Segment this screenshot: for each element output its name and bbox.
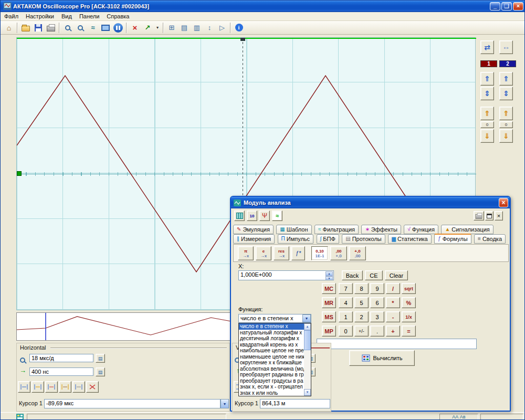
key-inverse[interactable]: 1/x	[402, 311, 416, 322]
zoom-icon[interactable]	[75, 22, 86, 34]
channel1-badge[interactable]: 1	[480, 60, 497, 67]
key-1[interactable]: 1	[339, 311, 353, 322]
spin-up-icon[interactable]: ▲	[326, 271, 333, 276]
binary-icon[interactable]: 10	[247, 211, 257, 221]
ch1-shift-up-button[interactable]: ⇑	[480, 107, 494, 120]
cursor-clear-button[interactable]	[86, 381, 99, 393]
cursor-mode-button-3[interactable]	[45, 381, 58, 393]
list-item[interactable]: десятичный логарифм х	[239, 335, 304, 342]
mr-button[interactable]: MR	[322, 297, 336, 308]
function-combobox[interactable]: число е в степени х ▼	[238, 314, 311, 323]
menu-file[interactable]: Файл	[1, 12, 22, 20]
maximize-button[interactable]: ❑	[501, 2, 512, 10]
tab-protocols[interactable]: ▤Протоколы	[342, 234, 385, 244]
result-field[interactable]	[317, 339, 477, 349]
key-percent[interactable]: %	[402, 297, 416, 308]
delay-button[interactable]: ▤	[96, 368, 105, 376]
key-plus[interactable]: +	[386, 326, 400, 337]
exit-icon[interactable]: ⌂	[3, 22, 15, 34]
list-item[interactable]: число е в степени х	[239, 323, 304, 330]
ce-button[interactable]: CE	[365, 270, 383, 280]
spin-down-icon[interactable]: ▼	[326, 276, 333, 280]
print-icon[interactable]	[45, 22, 57, 34]
autoset-icon[interactable]: ↗	[142, 22, 153, 34]
info-icon[interactable]: i	[233, 22, 245, 34]
tab-measurements[interactable]: ∥Измерения	[233, 234, 275, 244]
decimals-increase-button[interactable]: +,0,00	[349, 246, 366, 260]
tuning-fork-icon[interactable]: Ψ	[259, 211, 270, 221]
cursor-mode-button-4[interactable]	[59, 381, 71, 393]
fit-horizontal-button[interactable]: ⇔	[499, 40, 513, 54]
minimize-button[interactable]: _	[490, 2, 500, 10]
list-item[interactable]: округление х к ближайше	[239, 360, 304, 366]
measure-panel-icon[interactable]: ↕	[204, 22, 215, 34]
horizontal-panel-icon[interactable]: ▤	[178, 22, 190, 34]
waveforms-icon[interactable]: ≈	[87, 22, 99, 34]
menu-settings[interactable]: Настройки	[22, 12, 58, 20]
preview-icon[interactable]	[62, 22, 74, 34]
tab-formulas[interactable]: ƒФормулы	[434, 234, 471, 244]
open-folder-icon[interactable]	[20, 22, 32, 34]
list-item[interactable]: знак х, если х - отрицател	[239, 384, 304, 390]
key-2[interactable]: 2	[354, 311, 369, 322]
ch2-shift-up-button[interactable]: ⇑	[499, 107, 513, 120]
ch2-shift-down-button[interactable]: ⇓	[499, 129, 513, 143]
channel2-badge[interactable]: 2	[499, 60, 516, 67]
ch1-autoscale-vertical-button[interactable]: ⇕	[480, 87, 494, 100]
list-scrollbar[interactable]: ▲ ▼	[304, 323, 311, 396]
ms-button[interactable]: MS	[322, 311, 336, 322]
function-button[interactable]: ƒ*	[291, 246, 305, 260]
clear-button[interactable]: Clear	[385, 270, 408, 280]
decimals-decrease-button[interactable]: ,00+,0	[330, 246, 347, 260]
generator-panel-icon[interactable]: ▷	[216, 22, 228, 34]
vertical-panel-icon[interactable]: ▥	[191, 22, 203, 34]
cursor-mode-button-2[interactable]	[32, 381, 44, 393]
x-value-field[interactable]: 1,000E+000 ▲▼	[238, 270, 334, 280]
tab-summary[interactable]: ≡Сводка	[474, 234, 506, 244]
key-7[interactable]: 7	[339, 283, 353, 294]
res-to-x-button[interactable]: res→x	[274, 246, 289, 260]
list-item[interactable]: квадратный корень из х	[239, 342, 304, 348]
key-5[interactable]: 5	[354, 297, 369, 308]
ch1-expand-button[interactable]: ⇑	[480, 72, 494, 86]
mc-button[interactable]: MC	[322, 283, 336, 294]
key-minus[interactable]: -	[386, 311, 400, 322]
scroll-up-icon[interactable]: ▲	[304, 323, 311, 330]
key-3[interactable]: 3	[370, 311, 384, 322]
scroll-down-icon[interactable]: ▼	[304, 389, 311, 396]
tab-statistics[interactable]: ▆Статистика	[388, 234, 431, 244]
menu-view[interactable]: Вид	[58, 12, 76, 20]
close-panel-icon[interactable]: ×	[495, 211, 503, 220]
list-item[interactable]: преобразует радианы в гр	[239, 372, 304, 378]
compute-button[interactable]: Вычислить	[349, 350, 415, 366]
tab-fft[interactable]: ∫БПФ	[317, 234, 339, 244]
key-sqrt[interactable]: sqrt	[402, 283, 416, 294]
display-icon[interactable]	[100, 22, 111, 34]
key-equals[interactable]: =	[402, 326, 416, 337]
cursor-mode-button-1[interactable]	[18, 381, 30, 393]
v-cursor1-value-field[interactable]: 864,13 м	[260, 399, 330, 408]
ch2-expand-button[interactable]: ⇑	[499, 72, 513, 86]
key-9[interactable]: 9	[370, 283, 384, 294]
cursor-mode-button-5[interactable]	[72, 381, 85, 393]
cursor1-value-field[interactable]: -89,69 мкс	[44, 399, 220, 408]
ch1-zero-button[interactable]: 0	[480, 121, 494, 128]
restore-icon[interactable]	[485, 211, 494, 220]
print-icon[interactable]	[474, 211, 484, 220]
time-scale-field[interactable]: 18 мкс/д	[29, 354, 93, 362]
key-sign[interactable]: +/-	[354, 326, 369, 337]
x-spinner[interactable]: ▲▼	[326, 271, 333, 279]
stop-icon[interactable]: ×	[129, 22, 141, 34]
key-6[interactable]: 6	[370, 297, 384, 308]
ch2-zero-button[interactable]: 0	[499, 121, 513, 128]
dropdown-caret[interactable]: ▾	[154, 22, 161, 34]
pause-button[interactable]	[112, 22, 124, 34]
ch2-autoscale-vertical-button[interactable]: ⇕	[499, 87, 513, 100]
key-dot[interactable]: .	[370, 326, 384, 337]
combo-dropdown-button[interactable]: ▼	[302, 314, 311, 322]
list-item[interactable]: натуральный логарифм х	[239, 330, 304, 336]
list-item[interactable]: знак х или ноль	[239, 390, 304, 396]
list-item[interactable]: наибольшее целое не прев	[239, 348, 304, 354]
dialog-close-button[interactable]: ×	[499, 198, 508, 207]
key-multiply[interactable]: *	[386, 297, 400, 308]
